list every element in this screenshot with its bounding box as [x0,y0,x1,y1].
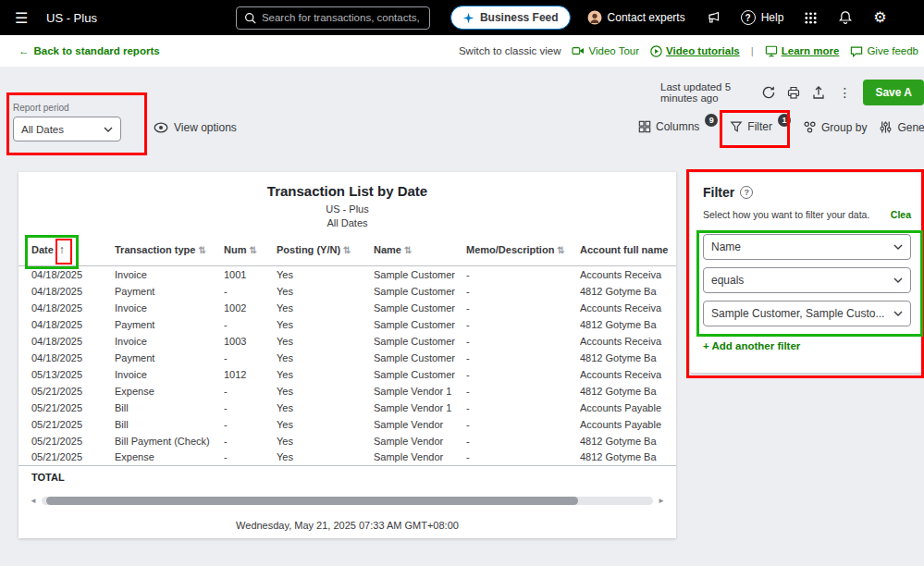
filter-value-select[interactable]: Sample Customer, Sample Custo... [703,301,911,326]
cell-memo[interactable]: - [462,433,576,449]
sort-icon[interactable]: ⇅ [198,245,205,255]
sort-ascending-icon[interactable]: ↑ [59,243,65,256]
announcements-megaphone-icon[interactable] [706,10,721,25]
cell-transaction-type[interactable]: Invoice [111,366,220,383]
cell-posting[interactable]: Yes [273,266,370,283]
business-feed-button[interactable]: Business Feed [450,6,571,30]
table-row[interactable]: 04/18/2025 Payment - Yes Sample Customer… [18,350,676,366]
cell-name[interactable]: Sample Customer [370,266,462,283]
table-row[interactable]: 05/21/2025 Expense - Yes Sample Vendor 1… [18,383,676,400]
column-header-account[interactable]: Account full name [576,238,676,266]
table-row[interactable]: 04/18/2025 Payment - Yes Sample Customer… [18,283,676,300]
export-icon[interactable] [811,85,826,100]
group-by-button[interactable]: Group by [803,120,867,134]
cell-transaction-type[interactable]: Payment [111,350,220,366]
filter-operator-select[interactable]: equals [703,267,911,293]
cell-transaction-type[interactable]: Expense [111,449,220,466]
cell-num[interactable]: - [220,383,273,400]
table-row[interactable]: 05/13/2025 Invoice 1012 Yes Sample Custo… [18,366,676,383]
cell-date[interactable]: 04/18/2025 [18,350,111,366]
filter-field-select[interactable]: Name [703,234,911,260]
cell-date[interactable]: 04/18/2025 [18,266,111,283]
table-row[interactable]: 05/21/2025 Bill - Yes Sample Vendor 1 - … [18,400,676,416]
cell-account[interactable]: Accounts Payable [576,416,676,433]
column-header-posting[interactable]: Posting (Y/N)⇅ [273,238,370,266]
cell-num[interactable]: 1001 [220,266,273,283]
cell-transaction-type[interactable]: Invoice [111,266,220,283]
cell-name[interactable]: Sample Customer [370,366,462,383]
table-row[interactable]: 04/18/2025 Payment - Yes Sample Customer… [18,316,676,333]
cell-transaction-type[interactable]: Bill [111,416,220,433]
table-row[interactable]: 04/18/2025 Invoice 1002 Yes Sample Custo… [18,300,676,316]
apps-grid-icon[interactable] [804,11,818,25]
cell-date[interactable]: 05/21/2025 [18,383,111,400]
cell-account[interactable]: Accounts Receiva [576,366,676,383]
cell-memo[interactable]: - [462,449,576,466]
give-feedback-link[interactable]: Give feedb [850,45,918,57]
cell-date[interactable]: 05/21/2025 [18,433,111,449]
cell-name[interactable]: Sample Vendor [370,416,462,433]
cell-num[interactable]: - [220,449,273,466]
cell-num[interactable]: - [220,416,273,433]
add-another-filter-link[interactable]: + Add another filter [703,340,911,351]
cell-name[interactable]: Sample Customer [370,316,462,333]
cell-date[interactable]: 04/18/2025 [18,333,111,350]
cell-posting[interactable]: Yes [273,383,370,400]
cell-num[interactable]: 1002 [220,300,273,316]
sort-icon[interactable]: ⇅ [249,245,256,255]
back-to-standard-reports-link[interactable]: ← Back to standard reports [18,45,160,56]
cell-name[interactable]: Sample Vendor 1 [370,383,462,400]
cell-transaction-type[interactable]: Invoice [111,300,220,316]
video-tutorials-link[interactable]: Video tutorials [650,45,740,57]
cell-memo[interactable]: - [462,383,576,400]
cell-posting[interactable]: Yes [273,283,370,300]
cell-num[interactable]: - [220,433,273,449]
switch-to-classic-view-link[interactable]: Switch to classic view [459,45,561,56]
cell-num[interactable]: - [220,400,273,416]
cell-date[interactable]: 04/18/2025 [18,283,111,300]
cell-name[interactable]: Sample Vendor 1 [370,400,462,416]
cell-memo[interactable]: - [462,416,576,433]
cell-name[interactable]: Sample Customer [370,283,462,300]
cell-posting[interactable]: Yes [273,449,370,466]
view-options-button[interactable]: View options [154,121,237,134]
cell-num[interactable]: 1012 [220,366,273,383]
cell-date[interactable]: 05/13/2025 [18,366,111,383]
help-menu[interactable]: ? Help [741,10,784,25]
cell-memo[interactable]: - [462,366,576,383]
cell-account[interactable]: Accounts Payable [576,400,676,416]
cell-posting[interactable]: Yes [273,316,370,333]
more-options-kebab-icon[interactable]: ⋮ [836,85,853,100]
table-row[interactable]: 04/18/2025 Invoice 1003 Yes Sample Custo… [18,333,676,350]
scrollbar-track[interactable] [42,497,653,505]
cell-name[interactable]: Sample Vendor [370,433,462,449]
learn-more-link[interactable]: Learn more [765,45,840,57]
cell-date[interactable]: 05/21/2025 [18,400,111,416]
cell-memo[interactable]: - [462,300,576,316]
table-row[interactable]: 05/21/2025 Bill Payment (Check) - Yes Sa… [18,433,676,449]
search-input[interactable] [262,12,422,23]
notifications-bell-icon[interactable] [838,10,853,25]
cell-posting[interactable]: Yes [273,350,370,366]
cell-memo[interactable]: - [462,266,576,283]
cell-transaction-type[interactable]: Bill Payment (Check) [111,433,220,449]
cell-memo[interactable]: - [462,283,576,300]
table-row[interactable]: 05/21/2025 Expense - Yes Sample Vendor -… [18,449,676,466]
cell-posting[interactable]: Yes [273,400,370,416]
cell-posting[interactable]: Yes [273,433,370,449]
settings-gear-icon[interactable]: ⚙ [873,10,886,25]
scroll-left-icon[interactable]: ◄ [30,497,37,505]
column-header-num[interactable]: Num⇅ [220,238,273,266]
scroll-right-icon[interactable]: ► [658,497,665,505]
column-header-date[interactable]: Date↑ [18,238,111,266]
column-header-memo[interactable]: Memo/Description⇅ [462,238,576,266]
cell-account[interactable]: 4812 Gotyme Ba [576,350,676,366]
cell-transaction-type[interactable]: Payment [111,283,220,300]
video-tour-link[interactable]: Video Tour [572,45,639,56]
save-as-button[interactable]: Save A [863,80,924,105]
columns-button[interactable]: Columns 9 [638,120,718,133]
global-search-box[interactable] [236,6,430,30]
table-row[interactable]: 04/18/2025 Invoice 1001 Yes Sample Custo… [18,266,676,283]
cell-account[interactable]: 4812 Gotyme Ba [576,433,676,449]
cell-date[interactable]: 05/21/2025 [18,449,111,466]
